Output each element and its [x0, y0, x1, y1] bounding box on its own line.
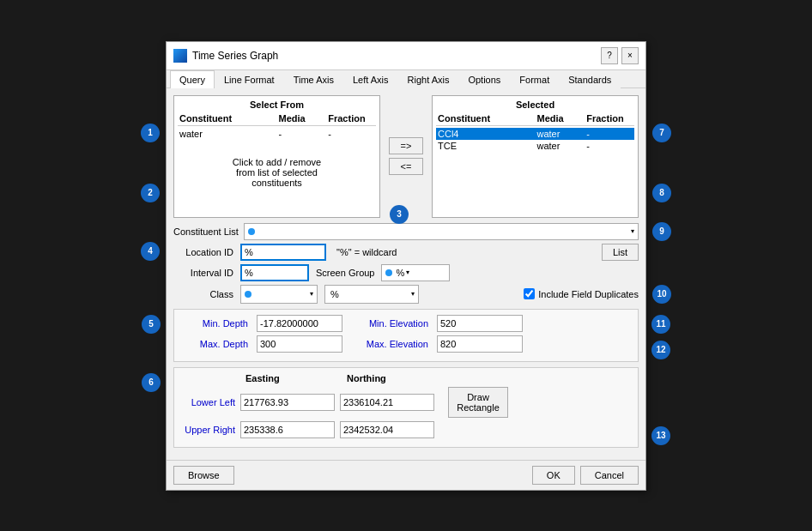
selected-row-tce[interactable]: TCE water - [436, 140, 634, 152]
selected-col-constituent: Constituent [436, 113, 536, 124]
depth-elevation-section: 5 11 Min. Depth Min. Elevation Max. Dept… [173, 309, 639, 362]
upper-right-easting-input[interactable] [240, 421, 335, 438]
tab-time-axis[interactable]: Time Axis [284, 70, 343, 88]
select-from-col-constituent: Constituent [178, 113, 277, 124]
constituent-list-label: Constituent List [173, 226, 239, 237]
note-text: Click to add / remove from list of selec… [178, 140, 376, 205]
add-button[interactable]: => [389, 137, 423, 154]
min-depth-label: Min. Depth [179, 318, 248, 329]
bottom-bar: Browse OK Cancel [167, 460, 645, 490]
interval-row: Interval ID Screen Group % ▾ [173, 264, 639, 281]
screen-group-label: Screen Group [316, 268, 374, 278]
annotation-11: 11 [651, 315, 670, 334]
screen-group-arrow: ▾ [406, 269, 409, 276]
selected-row-ccl4[interactable]: CCl4 water - [436, 128, 634, 140]
select-from-header: Constituent Media Fraction [178, 113, 376, 126]
max-elevation-input[interactable] [437, 335, 523, 353]
lower-left-easting-input[interactable] [240, 394, 335, 411]
class-row: Class ▾ % ▾ Include Field Duplicates 10 [173, 285, 639, 304]
annotation-4: 4 [141, 242, 160, 261]
selected-cell-media-2: water [536, 141, 585, 151]
screen-group-dot [385, 269, 392, 276]
help-button[interactable]: ? [601, 47, 618, 64]
tab-line-format[interactable]: Line Format [215, 70, 284, 88]
include-field-duplicates-checkbox[interactable] [524, 288, 535, 299]
interval-id-label: Interval ID [173, 268, 233, 278]
include-field-duplicates-label: Include Field Duplicates [538, 289, 639, 299]
select-from-row-water[interactable]: water - - [178, 128, 376, 140]
selected-cell-fraction-2: - [585, 141, 634, 151]
tab-query[interactable]: Query [170, 70, 215, 88]
close-button[interactable]: × [621, 47, 639, 64]
class-select-2[interactable]: % ▾ [324, 285, 419, 304]
min-depth-row: Min. Depth Min. Elevation [179, 315, 633, 332]
selected-cell-fraction-1: - [585, 129, 634, 139]
list-button[interactable]: List [602, 244, 639, 261]
min-depth-input[interactable] [257, 315, 342, 332]
remove-button[interactable]: <= [389, 158, 423, 175]
select-from-col-media: Media [277, 113, 327, 124]
annotation-3: 3 [390, 205, 409, 224]
selected-content: CCl4 water - TCE water - [436, 128, 634, 214]
title-bar: Time Series Graph ? × [167, 42, 645, 70]
upper-right-label: Upper Right [179, 425, 235, 435]
upper-right-row: Upper Right [179, 421, 633, 438]
class-value-2: % [330, 289, 339, 299]
annotation-5: 5 [142, 315, 161, 334]
draw-rectangle-button[interactable]: Draw Rectangle [448, 387, 508, 418]
select-from-col-fraction: Fraction [326, 113, 376, 124]
tab-options[interactable]: Options [458, 70, 510, 88]
class-dot-1 [245, 291, 251, 298]
max-depth-label: Max. Depth [179, 339, 248, 349]
annotation-7: 7 [652, 124, 671, 142]
select-from-cell-media: - [277, 129, 327, 139]
lower-left-northing-input[interactable] [340, 394, 434, 411]
selected-title: Selected [436, 100, 634, 110]
constituent-panels-row: Select From Constituent Media Fraction w… [173, 95, 639, 218]
max-depth-input[interactable] [257, 335, 342, 353]
selected-header: Constituent Media Fraction [436, 113, 634, 126]
annotation-8: 8 [652, 184, 671, 202]
easting-header: Easting [242, 373, 336, 383]
include-field-duplicates: Include Field Duplicates [524, 288, 639, 299]
max-elevation-label: Max. Elevation [351, 339, 428, 349]
screen-group-value: % [396, 268, 404, 278]
select-from-cell-fraction: - [326, 129, 376, 139]
location-id-input[interactable] [240, 244, 326, 261]
selected-col-fraction: Fraction [585, 113, 634, 124]
select-from-content: water - - Click to add / remove from lis… [178, 128, 376, 214]
selected-col-media: Media [536, 113, 585, 124]
window-icon [173, 49, 187, 63]
selected-cell-constituent-2: TCE [436, 141, 536, 151]
constituent-list-dot [248, 228, 255, 235]
min-elevation-label: Min. Elevation [351, 318, 428, 329]
annotation-12: 12 [651, 341, 670, 359]
class-select-1[interactable]: ▾ [240, 285, 318, 304]
location-id-label: Location ID [173, 247, 233, 257]
cancel-button[interactable]: Cancel [580, 466, 639, 485]
browse-button[interactable]: Browse [173, 466, 234, 485]
select-from-title: Select From [178, 100, 376, 110]
class-arrow-1: ▾ [310, 290, 313, 298]
tab-left-axis[interactable]: Left Axis [343, 70, 398, 88]
interval-id-input[interactable] [240, 264, 309, 281]
selected-cell-media-1: water [536, 129, 585, 139]
ok-button[interactable]: OK [532, 466, 575, 485]
title-bar-controls: ? × [601, 47, 639, 64]
min-elevation-input[interactable] [437, 315, 523, 332]
window-title: Time Series Graph [192, 50, 278, 62]
upper-right-northing-input[interactable] [340, 421, 434, 438]
annotation-6: 6 [142, 373, 161, 392]
tab-right-axis[interactable]: Right Axis [398, 70, 459, 88]
annotation-1: 1 [141, 124, 160, 142]
lower-left-label: Lower Left [179, 397, 235, 407]
screen-group-select[interactable]: % ▾ [381, 264, 450, 281]
location-row: Location ID "%" = wildcard List 4 [173, 244, 639, 261]
tab-standards[interactable]: Standards [559, 70, 621, 88]
constituent-list-row: Constituent List ▾ 9 [173, 223, 639, 240]
tab-format[interactable]: Format [510, 70, 559, 88]
northing-header: Northing [343, 373, 438, 383]
constituent-list-select[interactable]: ▾ [244, 223, 639, 240]
max-depth-row: Max. Depth Max. Elevation 12 [179, 335, 633, 353]
main-window: Time Series Graph ? × Query Line Format … [166, 41, 646, 491]
